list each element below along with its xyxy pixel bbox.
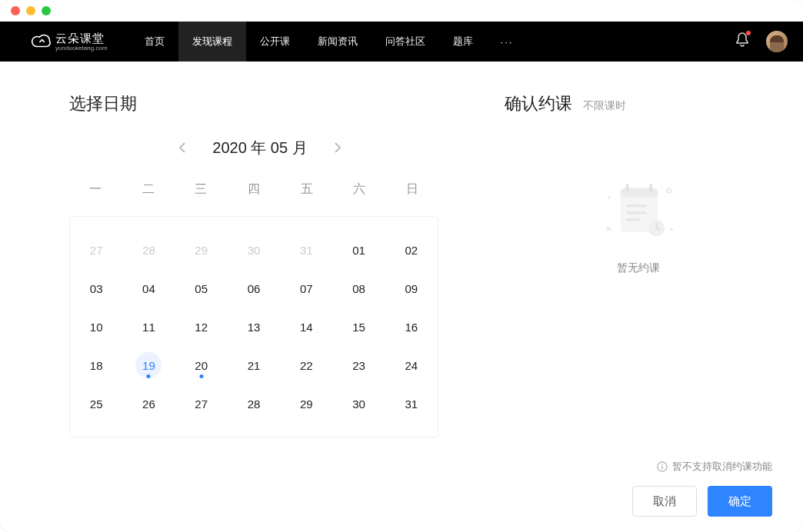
calendar-day[interactable]: 30 [332,388,385,419]
app-window: 云朵课堂 yunduoketang.com 首页 发现课程 公开课 新闻资讯 问… [0,0,803,532]
select-date-title: 选择日期 [69,92,474,115]
calendar-day[interactable]: 09 [385,273,438,304]
calendar-day[interactable]: 12 [175,311,228,342]
calendar-day[interactable]: 14 [280,311,332,342]
day-number: 26 [142,397,155,411]
day-number: 27 [195,397,208,411]
notice: 暂不支持取消约课功能 [505,460,772,474]
calendar-day[interactable]: 13 [228,311,280,342]
calendar-day[interactable]: 26 [122,388,175,419]
nav-item-question-bank[interactable]: 题库 [439,22,487,62]
calendar-day: 27 [70,234,122,265]
prev-month-button[interactable] [174,137,191,158]
notification-dot-icon [746,31,751,35]
calendar-day[interactable]: 10 [70,311,122,342]
nav-item-news[interactable]: 新闻资讯 [304,22,372,62]
user-avatar[interactable] [766,31,788,52]
cancel-button[interactable]: 取消 [632,486,697,517]
calendar-day[interactable]: 27 [175,388,228,419]
chevron-left-icon [178,141,186,154]
calendar-day[interactable]: 06 [228,273,280,304]
day-number: 30 [352,397,365,411]
day-number: 29 [195,244,208,257]
day-number: 02 [405,244,418,257]
calendar-day[interactable]: 01 [332,234,385,265]
svg-point-1 [667,188,671,192]
calendar-day[interactable]: 16 [385,311,438,342]
chevron-right-icon [334,141,342,154]
confirm-button[interactable]: 确定 [708,486,772,517]
day-number: 28 [248,397,261,411]
day-number: 22 [300,359,313,372]
day-number: 21 [248,359,261,372]
dow-wed: 三 [175,181,228,198]
calendar-day[interactable]: 22 [280,350,332,381]
nav-right [735,31,788,52]
date-pane: 选择日期 2020 年 05 月 一 二 三 四 五 六 日 [0,92,474,532]
empty-text: 暂无约课 [617,261,660,275]
cloud-icon [31,33,51,50]
calendar-day[interactable]: 21 [228,350,280,381]
calendar-day[interactable]: 25 [70,388,122,419]
window-zoom-button[interactable] [42,6,51,15]
calendar-day: 31 [280,234,332,265]
calendar-day[interactable]: 18 [70,350,122,381]
day-number: 31 [405,397,418,411]
day-number: 14 [300,321,313,334]
next-month-button[interactable] [329,137,346,158]
calendar-day[interactable]: 04 [122,273,175,304]
calendar-day: 28 [122,234,175,265]
calendar-day[interactable]: 20 [175,350,228,381]
logo[interactable]: 云朵课堂 yunduoketang.com [31,32,108,52]
calendar-day[interactable]: 29 [280,388,332,419]
empty-calendar-icon [596,177,681,246]
nav-item-home[interactable]: 首页 [131,22,178,62]
day-number: 27 [90,244,103,257]
dow-fri: 五 [280,181,333,198]
window-minimize-button[interactable] [26,6,35,15]
calendar-day[interactable]: 23 [332,350,385,381]
notice-text: 暂不支持取消约课功能 [672,460,772,474]
svg-rect-8 [626,211,647,214]
logo-sub-text: yunduoketang.com [55,45,108,52]
calendar-day[interactable]: 28 [228,388,280,419]
calendar-day[interactable]: 08 [332,273,385,304]
day-number: 10 [90,321,103,334]
event-dot-icon [199,374,203,378]
calendar-row: 25262728293031 [70,384,438,423]
day-number: 13 [248,321,261,334]
day-number: 19 [142,359,155,372]
dow-mon: 一 [69,181,122,198]
calendar-day[interactable]: 02 [385,234,438,265]
nav-item-discover[interactable]: 发现课程 [178,22,246,62]
avatar-image [770,35,784,52]
day-of-week-header: 一 二 三 四 五 六 日 [69,181,438,198]
calendar-day[interactable]: 19 [122,350,175,381]
calendar-day: 30 [228,234,280,265]
calendar-day[interactable]: 11 [122,311,175,342]
calendar-day[interactable]: 03 [70,273,122,304]
svg-rect-7 [626,204,647,208]
empty-state: 暂无约课 [505,177,772,275]
event-dot-icon [147,374,151,378]
notifications-button[interactable] [735,32,749,51]
day-number: 01 [352,244,365,257]
window-close-button[interactable] [11,6,20,15]
day-number: 18 [90,359,103,372]
calendar-day[interactable]: 05 [175,273,228,304]
day-number: 15 [352,321,365,334]
calendar-day[interactable]: 31 [385,388,438,419]
calendar-day[interactable]: 15 [332,311,385,342]
confirm-title: 确认约课 不限课时 [505,92,772,115]
calendar-grid: 2728293031010203040506070809101112131415… [69,216,438,437]
nav-item-open-class[interactable]: 公开课 [246,22,304,62]
nav-more[interactable]: ··· [487,22,528,62]
day-number: 04 [142,282,155,295]
calendar-day[interactable]: 07 [280,273,332,304]
svg-point-0 [608,196,611,199]
calendar-day[interactable]: 24 [385,350,438,381]
calendar-day: 29 [175,234,228,265]
nav-item-qa[interactable]: 问答社区 [372,22,439,62]
top-nav: 云朵课堂 yunduoketang.com 首页 发现课程 公开课 新闻资讯 问… [0,22,803,62]
info-icon [657,461,668,472]
